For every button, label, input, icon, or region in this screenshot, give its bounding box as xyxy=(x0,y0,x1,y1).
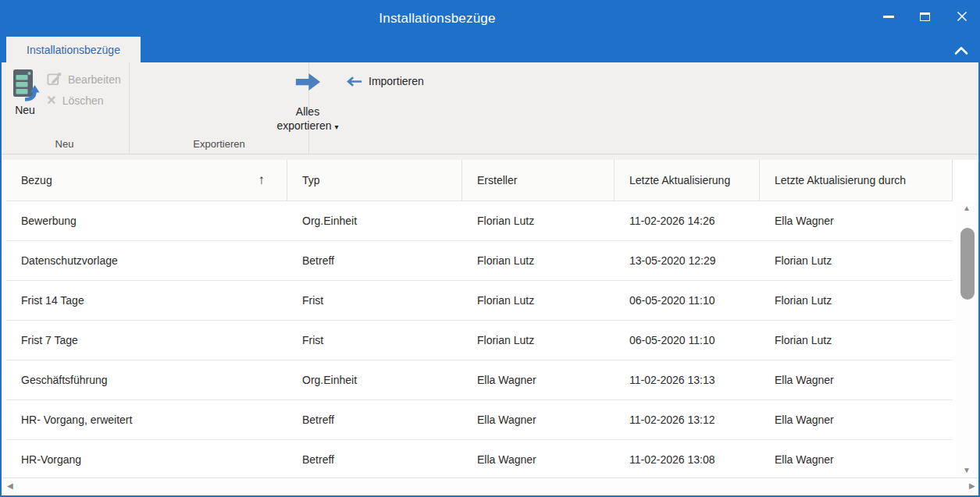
table-cell: 11-02-2026 13:13 xyxy=(615,360,760,399)
ribbon: Neu Bearbeiten × Löschen Neu xyxy=(0,62,980,154)
table-cell: HR-Vorgang xyxy=(6,440,287,477)
table-cell: Ella Wagner xyxy=(462,360,615,399)
table-cell: Datenschutzvorlage xyxy=(6,241,287,280)
table-cell: Betreff xyxy=(287,440,462,477)
table-row[interactable]: Frist 14 TageFristFlorian Lutz06-05-2020… xyxy=(6,281,953,321)
column-header-letzte-aktualisierung-durch[interactable]: Letzte Aktualisierung durch xyxy=(760,160,953,201)
column-header-ersteller[interactable]: Ersteller xyxy=(462,160,615,201)
table-cell: Frist 7 Tage xyxy=(6,321,287,360)
table-cell: Betreff xyxy=(287,241,462,280)
table-row[interactable]: Frist 7 TageFristFlorian Lutz06-05-2020 … xyxy=(6,321,953,360)
column-header-label: Letzte Aktualisierung durch xyxy=(775,174,906,186)
new-button-label: Neu xyxy=(15,104,35,116)
column-header-bezug[interactable]: Bezug ↑ xyxy=(6,160,287,201)
table-cell: Bewerbung xyxy=(6,201,287,240)
table-cell: Ella Wagner xyxy=(462,400,615,439)
ribbon-group-label-neu: Neu xyxy=(0,138,129,150)
window-controls xyxy=(870,0,980,33)
ribbon-gap xyxy=(0,154,980,160)
window-title: Installationsbezüge xyxy=(0,0,875,37)
table-cell: 11-02-2026 13:12 xyxy=(615,400,760,439)
table-cell: Frist 14 Tage xyxy=(6,281,287,320)
table-cell: Ella Wagner xyxy=(760,400,953,439)
table-row[interactable]: BewerbungOrg.EinheitFlorian Lutz11-02-20… xyxy=(6,201,953,241)
close-button[interactable] xyxy=(943,0,980,33)
sort-ascending-icon: ↑ xyxy=(258,172,265,188)
column-header-letzte-aktualisierung[interactable]: Letzte Aktualisierung xyxy=(615,160,760,201)
export-arrow-icon xyxy=(295,72,321,92)
column-header-label: Ersteller xyxy=(477,174,517,186)
collapse-ribbon-button[interactable] xyxy=(948,40,975,60)
export-all-label-line2: exportieren▾ xyxy=(276,119,338,134)
export-all-label-line1: Alles xyxy=(296,105,319,119)
table-cell: Org.Einheit xyxy=(287,360,462,399)
minimize-icon xyxy=(883,16,894,18)
edit-button-label: Bearbeiten xyxy=(68,73,121,86)
table-cell: Florian Lutz xyxy=(462,321,615,360)
delete-button-label: Löschen xyxy=(62,94,104,107)
table-cell: Ella Wagner xyxy=(760,360,953,399)
table-cell: Frist xyxy=(287,281,462,320)
column-header-label: Letzte Aktualisierung xyxy=(629,174,730,186)
column-header-typ[interactable]: Typ xyxy=(287,160,462,201)
table-cell: Florian Lutz xyxy=(760,241,953,280)
table-row[interactable]: GeschäftsführungOrg.EinheitElla Wagner11… xyxy=(6,360,953,400)
ribbon-group-exportieren: Alles exportieren▾ Importieren Exportier… xyxy=(130,62,309,154)
minimize-button[interactable] xyxy=(870,0,907,33)
edit-button[interactable]: Bearbeiten xyxy=(47,72,121,87)
edit-icon xyxy=(47,72,62,87)
table-cell: Florian Lutz xyxy=(462,201,615,240)
ribbon-group-neu: Neu Bearbeiten × Löschen Neu xyxy=(0,62,130,154)
scroll-right-arrow[interactable]: ▶ xyxy=(969,482,975,490)
app-window: Installationsbezüge Installationsbezüge xyxy=(0,0,980,497)
horizontal-scrollbar-track[interactable] xyxy=(0,477,980,495)
scroll-up-arrow[interactable]: ▲ xyxy=(963,204,971,212)
titlebar: Installationsbezüge xyxy=(0,0,980,37)
chevron-up-icon xyxy=(954,46,968,55)
delete-button[interactable]: × Löschen xyxy=(47,94,104,107)
table-cell: Geschäftsführung xyxy=(6,360,287,399)
export-all-button[interactable]: Alles exportieren▾ xyxy=(266,72,349,134)
table-row[interactable]: HR- Vorgang, erweitertBetreffElla Wagner… xyxy=(6,400,953,440)
table-cell: Ella Wagner xyxy=(462,440,615,477)
dropdown-caret-icon: ▾ xyxy=(335,122,339,131)
column-header-label: Bezug xyxy=(21,174,52,186)
delete-icon: × xyxy=(47,94,56,107)
import-button[interactable]: Importieren xyxy=(346,75,424,87)
new-record-icon xyxy=(9,69,41,101)
ribbon-tabstrip: Installationsbezüge xyxy=(0,37,980,62)
new-button[interactable]: Neu xyxy=(5,69,45,116)
column-header-label: Typ xyxy=(302,174,320,186)
tab-label: Installationsbezüge xyxy=(27,44,120,56)
table-cell: Ella Wagner xyxy=(760,201,953,240)
table-cell: Florian Lutz xyxy=(760,321,953,360)
scroll-left-arrow[interactable]: ◀ xyxy=(7,482,13,490)
table-cell: Org.Einheit xyxy=(287,201,462,240)
ribbon-group-label-exportieren: Exportieren xyxy=(130,138,308,150)
table-cell: Florian Lutz xyxy=(760,281,953,320)
table-cell: Betreff xyxy=(287,400,462,439)
table-cell: Frist xyxy=(287,321,462,360)
table-body: BewerbungOrg.EinheitFlorian Lutz11-02-20… xyxy=(6,201,953,477)
import-arrow-icon xyxy=(346,76,362,87)
table-cell: 11-02-2026 14:26 xyxy=(615,201,760,240)
table-cell: 11-02-2026 13:08 xyxy=(615,440,760,477)
maximize-button[interactable] xyxy=(907,0,943,33)
table-cell: Florian Lutz xyxy=(462,241,615,280)
table-cell: Florian Lutz xyxy=(462,281,615,320)
import-button-label: Importieren xyxy=(369,75,424,87)
table-cell: 06-05-2020 11:10 xyxy=(615,281,760,320)
vertical-scrollbar-thumb[interactable] xyxy=(960,228,975,300)
maximize-icon xyxy=(920,12,930,21)
table-cell: 06-05-2020 11:10 xyxy=(615,321,760,360)
table-header: Bezug ↑ Typ Ersteller Letzte Aktualisier… xyxy=(6,160,953,201)
table-cell: 13-05-2020 12:29 xyxy=(615,241,760,280)
tab-installationsbezuege[interactable]: Installationsbezüge xyxy=(6,37,141,62)
table-row[interactable]: HR-VorgangBetreffElla Wagner11-02-2026 1… xyxy=(6,440,953,477)
table-cell: Ella Wagner xyxy=(760,440,953,477)
close-icon xyxy=(957,11,968,22)
scroll-down-arrow[interactable]: ▼ xyxy=(963,467,971,474)
table-cell: HR- Vorgang, erweitert xyxy=(6,400,287,439)
table-row[interactable]: DatenschutzvorlageBetreffFlorian Lutz13-… xyxy=(6,241,953,281)
